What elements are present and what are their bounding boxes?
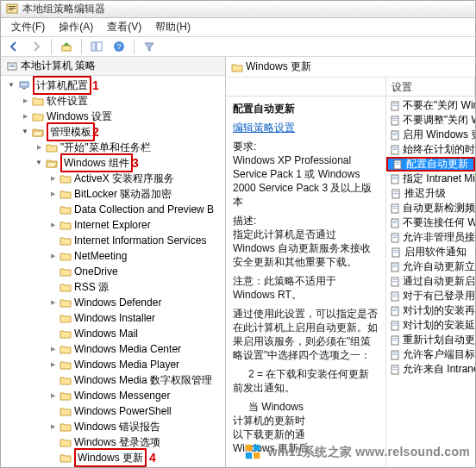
setting-label: 启用 Windows 更 [403,128,475,142]
setting-row[interactable]: 不要连接任何 Wi [386,215,475,230]
tree-node[interactable]: ▶Windows Defender [4,295,225,310]
expand-toggle-icon[interactable]: ▶ [20,96,30,106]
setting-row[interactable]: 通过自动更新启用 [386,274,475,289]
policy-icon [390,100,400,112]
setting-row[interactable]: 启用软件通知 [386,245,475,259]
folder-icon [32,95,44,107]
setting-row[interactable]: 允许非管理员接收 [386,230,475,245]
setting-row[interactable]: 对于有已登录用户 [386,289,475,303]
tree-node[interactable]: RSS 源 [4,279,225,295]
setting-row-selected[interactable]: 配置自动更新 [386,157,475,172]
tree-node[interactable]: Data Collection and Preview B [4,202,225,217]
setting-row[interactable]: 自动更新检测频率 [386,201,475,215]
tree-node[interactable]: ▶ActiveX 安装程序服务 [4,171,225,186]
help-button[interactable]: ? [110,37,128,56]
svg-rect-11 [9,66,15,67]
setting-row[interactable]: 不要调整"关闭 W [386,113,475,128]
tree-node[interactable]: ▶Windows Media Player [4,357,225,372]
tree-node[interactable]: ▶Windows 错误报告 [4,419,225,434]
setting-row[interactable]: 允许来自 Intranet [386,362,475,377]
tree[interactable]: ▼ 计算机配置 1 ▶ 软件设置 ▶ Windows 设置 [1,76,225,467]
svg-rect-46 [394,252,398,253]
tree-node[interactable]: Windows Installer [4,310,225,326]
expand-toggle-icon[interactable]: ▶ [47,297,58,308]
svg-rect-58 [393,310,398,311]
settings-list[interactable]: 5 不要在"关闭 Win 不要调整"关闭 W 启用 Windows 更 始终在计… [386,97,475,467]
menu-help[interactable]: 帮助(H) [148,18,197,36]
edit-policy-link[interactable]: 编辑策略设置 [233,122,295,134]
menu-action[interactable]: 操作(A) [52,18,100,36]
expand-toggle-icon[interactable]: ▶ [47,220,58,230]
expand-toggle-icon[interactable]: ▼ [6,80,16,90]
tree-node[interactable]: ▶NetMeeting [4,248,225,264]
expand-toggle-icon[interactable]: ▶ [47,421,58,432]
tree-node[interactable]: Internet Information Services [4,233,225,248]
tree-node[interactable]: Windows Mail [4,326,225,341]
forward-button[interactable] [27,37,46,56]
expand-toggle-icon[interactable]: ▶ [47,359,58,370]
tree-node[interactable]: Windows PowerShell [4,403,225,419]
expand-toggle-icon[interactable] [47,437,58,447]
setting-row[interactable]: 重新计划自动更新 [386,333,475,347]
setting-row[interactable]: 不要在"关闭 Win [386,98,475,113]
expand-toggle-icon[interactable]: ▼ [34,158,44,168]
setting-row[interactable]: 启用 Windows 更 [386,128,475,142]
tree-node-computer-cfg[interactable]: ▼ 计算机配置 1 [4,78,225,93]
folder-icon [60,250,72,262]
expand-toggle-icon[interactable]: ▶ [20,111,30,122]
policy-icon [390,144,400,156]
tree-node-windows-update[interactable]: Windows 更新 4 [4,450,225,465]
setting-row[interactable]: 始终在计划的时间 [386,142,475,157]
tree-node-windows-components[interactable]: ▼ Windows 组件 3 [4,155,225,171]
setting-row[interactable]: 指定 Intranet Mi [386,172,475,186]
tree-node[interactable]: ▶BitLocker 驱动器加密 [4,186,225,202]
tree-node[interactable]: ▶Windows Messenger [4,388,225,403]
menu-view[interactable]: 查看(V) [100,18,148,36]
setting-label: 重新计划自动更新 [403,333,475,347]
expand-toggle-icon[interactable]: ▶ [47,390,58,401]
expand-toggle-icon[interactable] [47,375,58,385]
expand-toggle-icon[interactable]: ▶ [47,173,58,184]
expand-toggle-icon[interactable] [47,266,58,277]
tree-node[interactable]: ▶Internet Explorer [4,217,225,233]
svg-rect-1 [9,6,16,7]
column-blank[interactable] [226,78,386,96]
expand-toggle-icon[interactable] [47,452,58,463]
filter-button[interactable] [140,37,159,56]
expand-toggle-icon[interactable]: ▶ [34,142,44,153]
setting-row[interactable]: 允许自动更新立即 [386,259,475,274]
expand-toggle-icon[interactable]: ▼ [20,127,30,137]
expand-toggle-icon[interactable] [47,313,58,323]
tree-node[interactable]: ▶Windows Media Center [4,341,225,357]
expand-toggle-icon[interactable] [47,406,58,416]
title-bar: 本地组策略编辑器 [1,1,475,18]
setting-row[interactable]: 对计划的安装再次 [386,303,475,318]
expand-toggle-icon[interactable] [47,235,58,246]
description-p2: 通过使用此设置，可以指定是否在此计算机上启用自动更新。如果启用该服务，则必须在"… [233,307,379,362]
tree-label: Windows Messenger [74,388,170,403]
back-button[interactable] [4,37,23,56]
tree-label: Internet Explorer [74,217,151,233]
expand-toggle-icon[interactable]: ▶ [47,251,58,261]
folder-open-icon [46,157,58,169]
show-hide-tree-button[interactable] [87,37,106,56]
expand-toggle-icon[interactable]: ▶ [47,189,58,199]
menu-file[interactable]: 文件(F) [4,18,52,36]
expand-toggle-icon[interactable]: ▶ [47,344,58,354]
expand-toggle-icon[interactable] [47,282,58,292]
tree-node[interactable]: OneDrive [4,264,225,279]
setting-row[interactable]: 允许客户端目标设 [386,347,475,362]
tree-node-software-settings[interactable]: ▶ 软件设置 [4,93,225,109]
expand-toggle-icon[interactable] [47,204,58,215]
svg-rect-39 [393,221,398,222]
tree-node-windows-settings[interactable]: ▶ Windows 设置 [4,109,225,124]
tree-node[interactable]: Windows Media 数字权限管理 [4,372,225,388]
up-button[interactable] [57,37,76,56]
svg-rect-51 [393,279,398,280]
setting-row[interactable]: 对计划的安装延迟 [386,318,475,333]
svg-rect-5 [91,42,96,51]
expand-toggle-icon[interactable] [47,328,58,339]
tree-node-admin-templates[interactable]: ▼ 管理模板 2 [4,124,225,140]
setting-row[interactable]: 推迟升级 [386,186,475,201]
column-setting[interactable]: 设置 [386,78,475,96]
